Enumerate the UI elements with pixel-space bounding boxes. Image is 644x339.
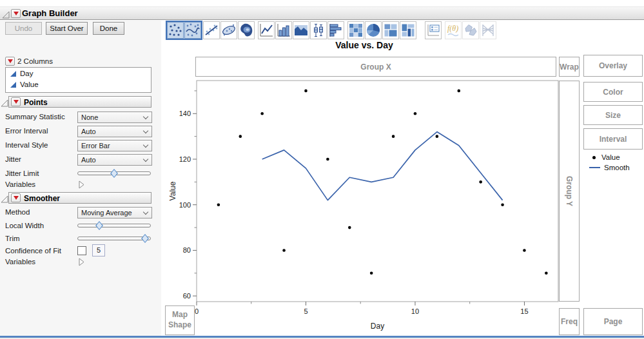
color-drop-zone[interactable]: Color <box>583 82 643 102</box>
smoother-section-title: Smoother <box>24 194 60 203</box>
freq-drop-zone[interactable]: Freq <box>559 308 580 335</box>
column-item-day[interactable]: Day <box>6 68 151 79</box>
done-button[interactable]: Done <box>93 22 124 35</box>
points-section-title: Points <box>24 98 48 107</box>
smoother-element-icon[interactable] <box>184 22 201 39</box>
ellipse-element-icon[interactable] <box>220 21 237 39</box>
legend-dot-marker <box>592 156 596 159</box>
plot-area[interactable]: 0510156080100120140DayValue <box>168 77 561 339</box>
local-width-label: Local Width <box>5 222 44 229</box>
jitter-label: Jitter <box>5 155 21 163</box>
local-width-slider[interactable] <box>77 221 151 230</box>
histogram-element-icon[interactable] <box>327 21 344 39</box>
page-drop-zone[interactable]: Page <box>583 308 643 335</box>
interval-drop-zone[interactable]: Interval <box>583 128 643 150</box>
disclosure-right-icon[interactable] <box>78 257 84 269</box>
legend-item-smooth[interactable]: Smooth <box>585 162 643 173</box>
window-title: Graph Builder <box>22 8 78 18</box>
x-axis-label: Day <box>371 322 384 331</box>
area-element-icon[interactable] <box>293 21 309 39</box>
slider-track[interactable] <box>77 224 151 228</box>
x-tick-label: 10 <box>411 307 419 315</box>
mosaic-element-icon[interactable] <box>382 21 399 39</box>
disclosure-right-icon[interactable] <box>78 180 84 191</box>
x-tick-label: 5 <box>304 307 307 315</box>
map-shape-drop-zone[interactable]: Map Shape <box>165 305 195 335</box>
interval-style-dropdown[interactable]: Error Bar <box>77 140 152 151</box>
wrap-drop-zone[interactable]: Wrap <box>559 57 580 77</box>
contour-element-icon[interactable] <box>238 21 255 39</box>
chart-title: Value vs. Day <box>168 40 561 50</box>
confidence-of-fit-label: Confidence of Fit <box>5 247 61 255</box>
svg-text:f(θ): f(θ) <box>447 24 458 33</box>
x-tick-label: 15 <box>520 307 528 315</box>
columns-list[interactable]: DayValue <box>5 67 151 93</box>
summary-statistic-label: Summary Statistic <box>5 113 65 121</box>
confidence-of-fit-value[interactable]: 5 <box>92 244 105 257</box>
red-triangle-menu-icon[interactable] <box>11 9 21 18</box>
continuous-column-icon <box>10 81 17 88</box>
formula-element-icon[interactable]: f(θ) <box>445 21 462 39</box>
points-section-header: Points <box>8 96 151 108</box>
points-variables-label: Variables <box>5 180 35 188</box>
line-element-icon[interactable] <box>258 21 275 39</box>
collapse-icon[interactable] <box>1 98 8 106</box>
group-x-drop-zone[interactable]: Group X <box>195 57 556 77</box>
line-of-fit-element-icon[interactable] <box>203 21 220 39</box>
chevron-down-icon <box>143 114 148 119</box>
legend-item-value[interactable]: Value <box>585 152 643 162</box>
column-item-value[interactable]: Value <box>6 79 151 90</box>
legend-line-marker <box>589 167 600 168</box>
data-point <box>523 249 526 252</box>
smoother-variables-label: Variables <box>5 258 35 266</box>
data-point <box>304 90 307 93</box>
y-tick-label: 120 <box>179 155 191 163</box>
summary-statistic-dropdown[interactable]: None <box>77 111 152 123</box>
treemap-element-icon[interactable] <box>400 21 416 39</box>
map-shapes-element-icon[interactable] <box>462 21 479 39</box>
jitter-limit-label: Jitter Limit <box>5 170 39 177</box>
method-dropdown[interactable]: Moving Average <box>77 207 152 218</box>
pie-element-icon[interactable] <box>365 21 382 39</box>
start-over-button[interactable]: Start Over <box>46 22 88 35</box>
data-point <box>217 203 220 206</box>
smoother-red-triangle-icon[interactable] <box>11 193 21 202</box>
heatmap-element-icon[interactable] <box>347 21 364 39</box>
y-tick-label: 140 <box>179 110 191 117</box>
data-point <box>479 180 482 184</box>
collapse-icon[interactable] <box>2 10 10 17</box>
overlay-drop-zone[interactable]: Overlay <box>583 55 643 77</box>
confidence-of-fit-checkbox[interactable] <box>77 246 86 255</box>
trim-label: Trim <box>5 235 20 242</box>
bar-element-icon[interactable] <box>275 21 292 39</box>
collapse-icon[interactable] <box>1 194 8 202</box>
undo-button[interactable]: Undo <box>5 22 42 35</box>
slider-thumb[interactable] <box>141 234 149 243</box>
size-drop-zone[interactable]: Size <box>583 105 643 125</box>
parallel-element-icon[interactable] <box>480 21 496 39</box>
error-interval-dropdown[interactable]: Auto <box>77 126 152 137</box>
jitter-limit-slider[interactable] <box>77 169 151 178</box>
error-interval-label: Error Interval <box>5 127 48 135</box>
element-type-toolbar: f(θ) <box>166 20 496 41</box>
group-y-drop-zone[interactable]: Group Y <box>559 81 580 302</box>
box-plot-element-icon[interactable] <box>310 21 327 39</box>
data-point <box>282 249 286 252</box>
continuous-column-icon <box>10 70 17 77</box>
y-axis-label: Value <box>168 181 177 200</box>
slider-thumb[interactable] <box>95 221 103 230</box>
method-label: Method <box>5 208 30 216</box>
data-point <box>326 158 329 161</box>
data-point <box>457 90 460 93</box>
caption-box-element-icon[interactable] <box>425 21 442 39</box>
jitter-dropdown[interactable]: Auto <box>77 154 152 166</box>
graph-builder-window: Graph Builder Undo Start Over Done 2 Col… <box>0 0 644 339</box>
points-element-icon[interactable] <box>167 22 184 39</box>
columns-red-triangle-icon[interactable] <box>5 57 15 66</box>
chevron-down-icon <box>143 157 148 162</box>
slider-thumb[interactable] <box>110 169 118 178</box>
columns-panel-title: 2 Columns <box>17 57 53 65</box>
points-red-triangle-icon[interactable] <box>11 97 21 106</box>
slider-track[interactable] <box>77 237 151 240</box>
trim-slider[interactable] <box>77 234 151 243</box>
